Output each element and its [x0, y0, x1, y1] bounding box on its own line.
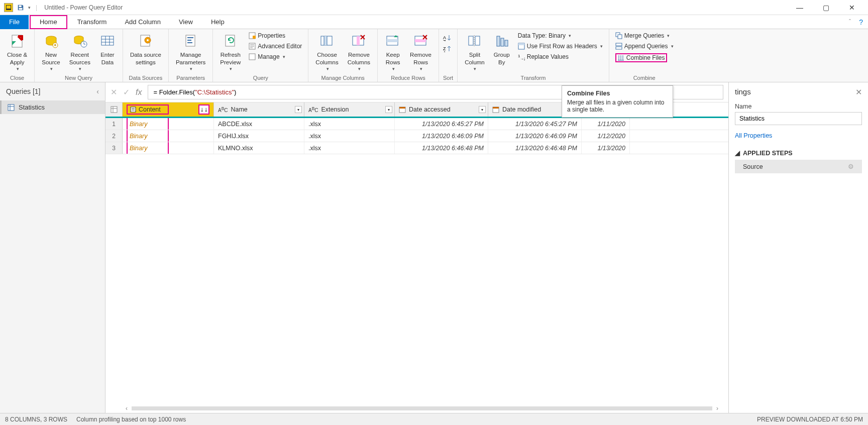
- scroll-left-icon[interactable]: ‹: [126, 405, 128, 412]
- help-icon[interactable]: ?: [859, 18, 863, 26]
- all-properties-link[interactable]: All Properties: [735, 132, 862, 139]
- svg-rect-65: [131, 107, 136, 112]
- svg-rect-2: [7, 9, 11, 10]
- accept-formula-icon[interactable]: ✓: [123, 87, 130, 97]
- sort-desc-button[interactable]: ZA: [443, 45, 452, 52]
- tab-view[interactable]: View: [170, 15, 202, 29]
- svg-rect-30: [249, 54, 255, 60]
- refresh-preview-button[interactable]: Refresh Preview▾: [217, 31, 244, 74]
- svg-rect-22: [187, 42, 192, 43]
- minimize-button[interactable]: —: [793, 3, 807, 13]
- save-icon[interactable]: [16, 3, 25, 12]
- sort-asc-button[interactable]: AZ: [443, 34, 452, 41]
- keep-rows-button[interactable]: Keep Rows▾: [382, 31, 404, 74]
- collapse-queries-icon[interactable]: ‹: [96, 87, 99, 95]
- split-column-button[interactable]: Split Column▾: [462, 31, 488, 74]
- svg-rect-40: [415, 39, 426, 42]
- manage-parameters-button[interactable]: Manage Parameters▾: [173, 31, 208, 74]
- data-type-button[interactable]: Data Type: Binary▾: [516, 31, 605, 40]
- ribbon: Close & Apply▾ Close ✦ New Source▾ Recen…: [0, 29, 868, 82]
- name-label: Name: [735, 103, 862, 110]
- app-icon: [4, 3, 13, 12]
- fx-icon[interactable]: fx: [136, 88, 142, 97]
- svg-rect-57: [616, 43, 622, 46]
- combine-files-button[interactable]: Combine Files: [613, 52, 676, 63]
- query-item-statistics[interactable]: Statistics: [0, 100, 105, 114]
- svg-rect-3: [19, 5, 22, 7]
- enter-data-button[interactable]: Enter Data: [96, 31, 119, 68]
- tab-transform[interactable]: Transform: [68, 15, 116, 29]
- new-source-button[interactable]: ✦ New Source▾: [39, 31, 63, 74]
- group-by-button[interactable]: Group By: [491, 31, 513, 68]
- manage-button[interactable]: Manage▾: [247, 52, 304, 61]
- svg-rect-25: [253, 36, 256, 39]
- datetime-type-icon: [399, 106, 406, 113]
- data-grid: Content ⤓⤓ ABCName▾ ABCExtension▾ Date a…: [105, 102, 728, 413]
- replace-values-button[interactable]: 1→2Replace Values: [516, 52, 605, 61]
- svg-rect-46: [475, 36, 480, 45]
- filter-dateacc-icon[interactable]: ▾: [479, 106, 486, 113]
- svg-rect-71: [493, 107, 499, 109]
- queries-header-label: Queries [1]: [6, 87, 40, 95]
- svg-rect-11: [101, 36, 114, 45]
- filter-ext-icon[interactable]: ▾: [385, 106, 392, 113]
- svg-rect-20: [187, 37, 193, 38]
- tab-help[interactable]: Help: [202, 15, 234, 29]
- first-row-headers-button[interactable]: Use First Row as Headers▾: [516, 42, 605, 51]
- status-bar: 8 COLUMNS, 3 ROWS Column profiling based…: [0, 413, 868, 425]
- svg-rect-69: [399, 107, 405, 109]
- svg-point-18: [147, 39, 149, 41]
- svg-rect-45: [469, 36, 473, 45]
- choose-columns-button[interactable]: Choose Columns▾: [312, 31, 341, 74]
- table-row[interactable]: 3 Binary KLMNO.xlsx .xlsx 1/13/2020 6:46…: [105, 142, 728, 154]
- expand-content-icon[interactable]: ⤓⤓: [198, 104, 209, 115]
- svg-rect-52: [518, 43, 524, 45]
- svg-rect-4: [19, 8, 23, 10]
- queries-panel: Queries [1] ‹ Statistics: [0, 82, 105, 413]
- svg-rect-56: [618, 35, 622, 39]
- table-row[interactable]: 2 Binary FGHIJ.xlsx .xlsx 1/13/2020 6:46…: [105, 130, 728, 142]
- merge-queries-button[interactable]: Merge Queries▾: [613, 31, 676, 40]
- tab-file[interactable]: File: [0, 15, 29, 29]
- applied-step-source[interactable]: Source ⚙: [735, 160, 862, 173]
- svg-rect-38: [387, 39, 398, 42]
- properties-button[interactable]: Properties: [247, 31, 304, 40]
- qat-dropdown-icon[interactable]: ▾: [28, 5, 31, 10]
- append-queries-button[interactable]: Append Queries▾: [613, 42, 676, 51]
- col-header-content[interactable]: Content ⤓⤓: [123, 102, 214, 117]
- grid-corner-button[interactable]: [105, 102, 123, 117]
- gear-icon[interactable]: ⚙: [848, 163, 854, 170]
- tab-add-column[interactable]: Add Column: [116, 15, 170, 29]
- remove-columns-button[interactable]: Remove Columns▾: [345, 31, 373, 74]
- col-header-extension[interactable]: ABCExtension▾: [304, 102, 395, 117]
- title-bar: ▾ | Untitled - Power Query Editor — ▢ ✕: [0, 0, 868, 15]
- table-row[interactable]: 1 Binary ABCDE.xlsx .xlsx 1/13/2020 6:45…: [105, 118, 728, 130]
- tab-home[interactable]: Home: [30, 15, 67, 29]
- close-apply-button[interactable]: Close & Apply▾: [4, 31, 30, 74]
- close-settings-icon[interactable]: ✕: [855, 87, 862, 97]
- remove-rows-button[interactable]: Remove Rows▾: [407, 31, 435, 74]
- settings-heading: tings: [735, 87, 862, 96]
- collapse-ribbon-icon[interactable]: ˆ: [849, 19, 851, 26]
- svg-rect-62: [111, 107, 117, 113]
- svg-rect-21: [187, 40, 191, 41]
- svg-rect-36: [357, 36, 360, 45]
- horizontal-scrollbar[interactable]: ‹ ›: [126, 404, 718, 413]
- cancel-formula-icon[interactable]: ✕: [111, 87, 117, 97]
- svg-rect-50: [505, 40, 508, 46]
- status-profiling: Column profiling based on top 1000 rows: [76, 416, 186, 423]
- scroll-right-icon[interactable]: ›: [716, 405, 718, 412]
- recent-sources-button[interactable]: Recent Sources▾: [66, 31, 93, 74]
- col-header-date-accessed[interactable]: Date accessed▾: [395, 102, 488, 117]
- svg-rect-58: [616, 47, 622, 49]
- close-window-button[interactable]: ✕: [845, 3, 859, 13]
- svg-text:A: A: [443, 50, 446, 52]
- query-name-input[interactable]: [735, 112, 862, 125]
- maximize-button[interactable]: ▢: [819, 3, 833, 13]
- tooltip-combine-files: Combine Files Merge all files in a given…: [562, 85, 673, 118]
- data-source-settings-button[interactable]: Data source settings: [127, 31, 164, 68]
- advanced-editor-button[interactable]: Advanced Editor: [247, 42, 304, 51]
- svg-rect-48: [497, 36, 500, 46]
- col-header-name[interactable]: ABCName▾: [214, 102, 304, 117]
- filter-name-icon[interactable]: ▾: [295, 106, 302, 113]
